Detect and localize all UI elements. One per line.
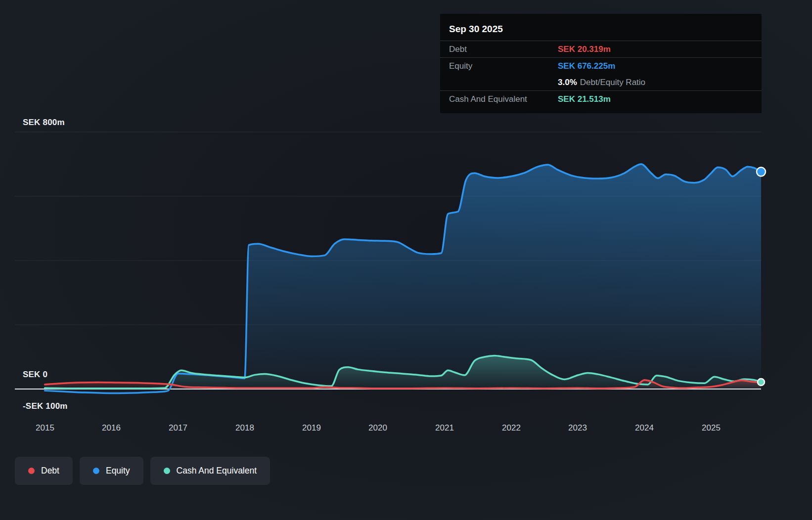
chart-tooltip: Sep 30 2025 Debt SEK 20.319m Equity SEK … — [440, 14, 762, 113]
x-axis-label-2021: 2021 — [425, 423, 464, 433]
tooltip-ratio-label: Debt/Equity Ratio — [580, 78, 645, 87]
legend-equity-button[interactable]: Equity — [80, 457, 143, 485]
x-axis-label-2022: 2022 — [492, 423, 531, 433]
x-axis-label-2017: 2017 — [158, 423, 198, 433]
y-axis-label-neg-100m: -SEK 100m — [23, 401, 68, 411]
debt-dot-icon — [28, 468, 35, 474]
tooltip-equity-value: SEK 676.225m — [558, 61, 615, 71]
x-axis-label-2020: 2020 — [358, 423, 398, 433]
tooltip-cash-row: Cash And Equivalent SEK 21.513m — [440, 91, 762, 107]
legend-debt-button[interactable]: Debt — [15, 457, 73, 485]
x-axis-label-2019: 2019 — [292, 423, 331, 433]
y-axis-label-zero: SEK 0 — [23, 370, 47, 380]
tooltip-debt-row: Debt SEK 20.319m — [440, 41, 762, 58]
tooltip-debt-value: SEK 20.319m — [558, 44, 611, 54]
x-axis-label-2025: 2025 — [691, 423, 731, 433]
tooltip-cash-value: SEK 21.513m — [558, 94, 611, 104]
tooltip-cash-label: Cash And Equivalent — [449, 94, 558, 104]
legend-debt-label: Debt — [41, 466, 59, 476]
x-axis-label-2024: 2024 — [625, 423, 664, 433]
tooltip-equity-row: Equity SEK 676.225m — [440, 58, 762, 74]
legend-cash-label: Cash And Equivalent — [177, 466, 257, 476]
x-axis-label-2015: 2015 — [25, 423, 65, 433]
tooltip-equity-label: Equity — [449, 61, 558, 71]
legend-cash-button[interactable]: Cash And Equivalent — [150, 457, 270, 485]
equity-dot-icon — [93, 468, 99, 474]
debt-equity-panel: SEK 800m SEK 0 -SEK 100m 201520162017201… — [0, 0, 812, 520]
x-axis-label-2018: 2018 — [225, 423, 265, 433]
tooltip-ratio-row: 3.0%Debt/Equity Ratio — [440, 74, 762, 91]
x-axis-label-2023: 2023 — [558, 423, 597, 433]
chart-legend: Debt Equity Cash And Equivalent — [15, 457, 270, 485]
cash-dot-icon — [164, 468, 170, 474]
tooltip-ratio-value: 3.0% — [558, 78, 577, 87]
tooltip-date: Sep 30 2025 — [440, 22, 762, 41]
y-axis-label-800m: SEK 800m — [23, 118, 65, 128]
x-axis-label-2016: 2016 — [91, 423, 131, 433]
tooltip-debt-label: Debt — [449, 44, 558, 54]
legend-equity-label: Equity — [106, 466, 130, 476]
